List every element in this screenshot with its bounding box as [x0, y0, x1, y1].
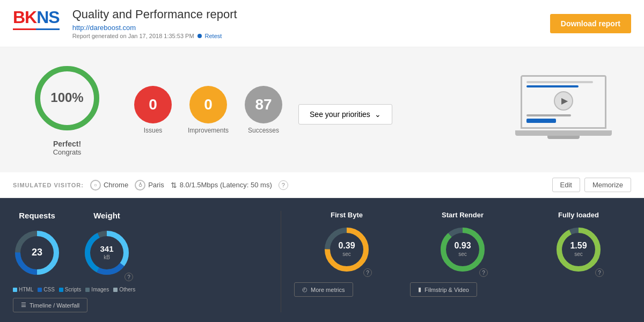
legend-images: Images [85, 287, 109, 292]
svg-text:0.39: 0.39 [338, 241, 355, 250]
priorities-container: See your priorities ⌄ [298, 96, 392, 125]
speed-item: ⇅ 8.0/1.5Mbps (Latency: 50 ms) [171, 181, 272, 189]
score-section: 100% Perfect! Congrats 0 Issues 0 Improv… [0, 47, 644, 172]
legend-css: CSS [38, 287, 55, 292]
legend-css-label: CSS [43, 287, 55, 292]
logo: B K N S [13, 8, 60, 30]
weight-unit: kB [104, 254, 110, 260]
clock-icon: ◴ [302, 286, 308, 293]
issues-metric: 0 Issues [134, 86, 172, 134]
improvements-circle: 0 [189, 86, 227, 123]
scripts-dot [59, 288, 63, 292]
first-byte-help-icon[interactable]: ? [363, 268, 372, 277]
browser-item: ○ Chrome [90, 180, 128, 191]
priorities-button[interactable]: See your priorities ⌄ [298, 104, 392, 125]
timing-panel: First Byte 0.39 sec ? ◴ More metrics Sta… [281, 211, 631, 312]
successes-metric: 87 Successes [245, 86, 282, 134]
logo-b: B [13, 8, 25, 27]
start-render-donut-svg: 0.93 sec [438, 225, 487, 274]
weight-donut: Weight 341 kB ? [83, 211, 131, 279]
score-label: Perfect! Congrats [32, 140, 102, 156]
priorities-label: See your priorities [310, 110, 370, 119]
svg-text:sec: sec [458, 251, 467, 257]
legend-html-label: HTML [19, 287, 33, 292]
score-label1: Perfect! [32, 140, 102, 148]
site-url[interactable]: http://dareboost.com [72, 24, 550, 32]
issues-label: Issues [134, 127, 172, 134]
header-info: Quality and Performance report http://da… [72, 8, 550, 39]
visitor-label: SIMULATED VISITOR: [13, 182, 84, 188]
weight-value: 341 [100, 244, 113, 253]
laptop: ▶ [515, 75, 612, 145]
legend-others-label: Others [119, 287, 135, 292]
speed-arrows-icon: ⇅ [171, 181, 177, 189]
header: B K N S Quality and Performance report h… [0, 0, 644, 47]
retest-link[interactable]: Retest [205, 33, 222, 39]
filmstrip-button[interactable]: ▮ Filmstrip & Video [410, 282, 477, 297]
download-report-button[interactable]: Download report [550, 14, 631, 33]
svg-text:sec: sec [574, 251, 583, 257]
laptop-screen: ▶ [521, 75, 606, 129]
html-dot [13, 288, 17, 292]
laptop-illustration: ▶ [515, 75, 612, 145]
svg-text:sec: sec [342, 251, 351, 257]
start-render-help-icon[interactable]: ? [479, 268, 488, 277]
visitor-actions: Edit Memorize [552, 178, 631, 192]
chevron-down-icon: ⌄ [375, 110, 381, 119]
location-name: Paris [148, 181, 164, 189]
speed-value: 8.0/1.5Mbps (Latency: 50 ms) [180, 181, 272, 189]
successes-circle: 87 [245, 86, 282, 123]
visitor-bar: SIMULATED VISITOR: ○ Chrome ♁ Paris ⇅ 8.… [0, 172, 644, 198]
images-dot [85, 288, 90, 292]
report-date: Report generated on Jan 17, 2018 1:35:53… [72, 33, 194, 39]
start-render-title: Start Render [410, 211, 515, 219]
start-render-metric: Start Render 0.93 sec ? ▮ Filmstrip & Vi… [410, 211, 515, 297]
more-metrics-label: More metrics [311, 287, 345, 293]
performance-section: Requests 23 Weight 341 [0, 198, 644, 322]
timeline-button[interactable]: ☰ Timeline / Waterfall [13, 298, 87, 312]
svg-text:100%: 100% [50, 90, 83, 105]
first-byte-donut-svg: 0.39 sec [323, 225, 371, 274]
more-metrics-button[interactable]: ◴ More metrics [294, 282, 353, 297]
score-donut-svg: 100% [32, 63, 102, 133]
score-label2: Congrats [53, 148, 82, 156]
svg-text:0.93: 0.93 [454, 241, 471, 250]
requests-weight-row: Requests 23 Weight 341 [13, 211, 268, 279]
browser-icon: ○ [90, 180, 101, 191]
browser-name: Chrome [104, 181, 128, 189]
successes-label: Successes [245, 127, 282, 134]
metrics-group: 0 Issues 0 Improvements 87 Successes See… [134, 86, 392, 134]
weight-help-icon[interactable]: ? [125, 273, 133, 281]
edit-button[interactable]: Edit [552, 178, 580, 192]
legend-others: Others [113, 287, 135, 292]
requests-weight-panel: Requests 23 Weight 341 [13, 211, 281, 312]
memorize-button[interactable]: Memorize [584, 178, 631, 192]
chart-legend: HTML CSS Scripts Images Others [13, 287, 268, 292]
legend-scripts-label: Scripts [65, 287, 82, 292]
css-dot [38, 288, 42, 292]
weight-donut-svg: 341 kB [83, 229, 131, 277]
logo-k: K [25, 8, 36, 27]
legend-scripts: Scripts [59, 287, 82, 292]
page-title: Quality and Performance report [72, 8, 550, 21]
first-byte-title: First Byte [294, 211, 399, 219]
filmstrip-label: Filmstrip & Video [425, 287, 469, 293]
requests-title: Requests [13, 211, 61, 220]
logo-s: S [48, 8, 59, 27]
others-dot [113, 288, 118, 292]
legend-html: HTML [13, 287, 33, 292]
status-dot [197, 34, 202, 38]
film-icon: ▮ [418, 286, 421, 293]
fully-loaded-title: Fully loaded [526, 211, 631, 219]
first-byte-metric: First Byte 0.39 sec ? ◴ More metrics [294, 211, 399, 297]
weight-title: Weight [83, 211, 131, 220]
fully-loaded-donut-svg: 1.59 sec [554, 225, 603, 274]
fully-loaded-help-icon[interactable]: ? [595, 268, 604, 277]
header-meta: Report generated on Jan 17, 2018 1:35:53… [72, 33, 550, 39]
timeline-icon: ☰ [21, 302, 26, 309]
improvements-metric: 0 Improvements [188, 86, 229, 134]
help-icon[interactable]: ? [279, 180, 288, 190]
svg-text:1.59: 1.59 [570, 241, 587, 250]
logo-n: N [36, 8, 48, 27]
score-circle: 100% Perfect! Congrats [32, 63, 102, 156]
